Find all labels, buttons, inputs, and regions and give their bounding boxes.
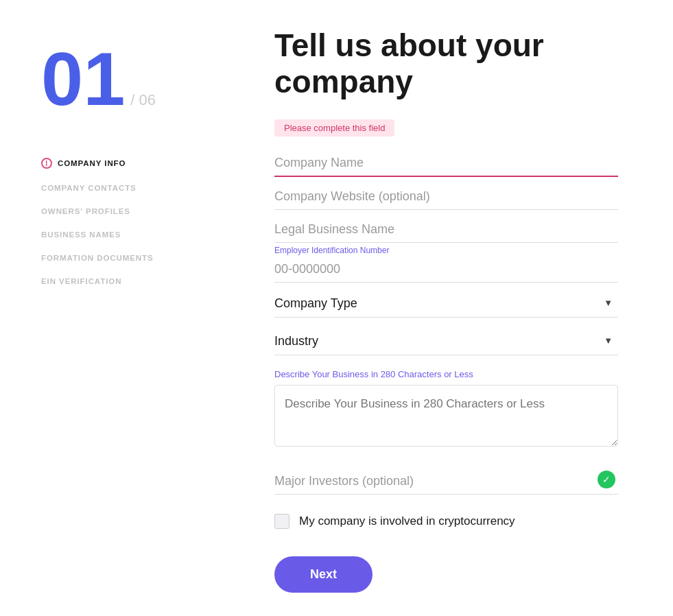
check-icon: ✓ — [598, 471, 615, 488]
next-button[interactable]: Next — [274, 556, 373, 593]
step-current: 01 — [41, 41, 125, 117]
sidebar-item-label: Formation Documents — [41, 254, 154, 262]
sidebar-item-label: Business Names — [41, 230, 121, 239]
sidebar-item-company-contacts[interactable]: Company Contacts — [41, 184, 206, 192]
sidebar-item-owners-profiles[interactable]: Owners' Profiles — [41, 207, 206, 215]
company-website-input[interactable] — [274, 180, 618, 210]
sidebar-item-company-info[interactable]: i Company Info — [41, 158, 206, 169]
page-title: Tell us about your company — [274, 27, 618, 100]
step-total: / 06 — [130, 91, 156, 109]
ein-label: Employer Identification Number — [274, 246, 618, 255]
sidebar-item-label: Company Contacts — [41, 184, 137, 192]
crypto-checkbox[interactable] — [274, 514, 290, 529]
legal-business-name-field — [274, 213, 618, 243]
sidebar-item-label: EIN Verification — [41, 277, 121, 285]
sidebar-item-label: Owners' Profiles — [41, 207, 130, 215]
form-section: Please complete this field Employer Iden… — [274, 119, 618, 593]
step-number: 01 / 06 — [41, 41, 206, 117]
company-website-field — [274, 180, 618, 210]
industry-select[interactable]: Industry Technology Finance Healthcare R… — [274, 323, 618, 355]
company-type-wrapper: Company Type LLC Corporation Partnership… — [274, 285, 618, 320]
business-description-textarea[interactable] — [274, 385, 618, 447]
major-investors-field: ✓ — [274, 464, 618, 495]
app-layout: 01 / 06 i Company Info Company Contacts … — [0, 0, 673, 616]
legal-business-name-input[interactable] — [274, 213, 618, 243]
nav-items: i Company Info Company Contacts Owners' … — [41, 158, 206, 285]
info-icon: i — [41, 158, 52, 169]
ein-field: Employer Identification Number — [274, 246, 618, 283]
industry-wrapper: Industry Technology Finance Healthcare R… — [274, 323, 618, 358]
company-name-input[interactable] — [274, 146, 618, 177]
crypto-label: My company is involved in cryptocurrency — [299, 514, 515, 528]
crypto-checkbox-row: My company is involved in cryptocurrency — [274, 514, 618, 529]
sidebar-item-ein-verification[interactable]: EIN Verification — [41, 277, 206, 285]
ein-input[interactable] — [274, 257, 618, 283]
sidebar-item-label: Company Info — [58, 159, 126, 167]
sidebar-item-business-names[interactable]: Business Names — [41, 230, 206, 239]
error-badge: Please complete this field — [274, 119, 394, 137]
major-investors-input[interactable] — [274, 464, 618, 495]
main-content: Tell us about your company Please comple… — [233, 0, 673, 616]
company-name-field — [274, 146, 618, 177]
business-description-label: Describe Your Business in 280 Characters… — [274, 369, 618, 379]
sidebar: 01 / 06 i Company Info Company Contacts … — [0, 0, 233, 616]
company-type-select[interactable]: Company Type LLC Corporation Partnership… — [274, 285, 618, 318]
sidebar-item-formation-documents[interactable]: Formation Documents — [41, 254, 206, 262]
business-description-field: Describe Your Business in 280 Characters… — [274, 369, 618, 449]
